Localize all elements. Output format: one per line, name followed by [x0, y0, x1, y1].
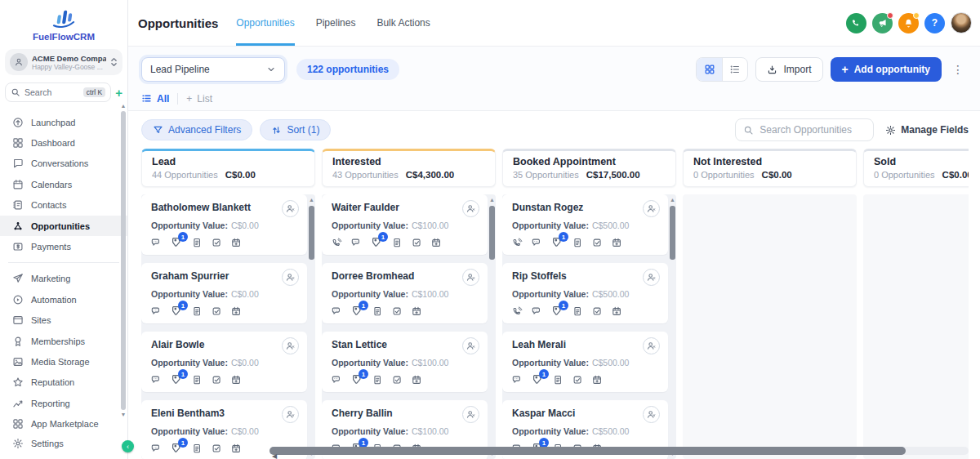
sidebar-item-sites[interactable]: Sites [0, 310, 127, 331]
assign-user-icon[interactable] [282, 269, 299, 286]
assign-user-icon[interactable] [462, 406, 479, 423]
scroll-up-icon[interactable]: ▲ [488, 196, 496, 203]
chat-icon[interactable] [351, 238, 362, 248]
doc-icon[interactable] [192, 375, 203, 385]
top-tab-pipelines[interactable]: Pipelines [316, 0, 356, 46]
assign-user-icon[interactable] [643, 406, 660, 423]
sort-button[interactable]: Sort (1) [260, 119, 331, 140]
top-tab-bulk-actions[interactable]: Bulk Actions [376, 0, 430, 46]
calendar-add-icon[interactable] [592, 375, 603, 385]
doc-icon[interactable] [192, 443, 203, 454]
scroll-up-icon[interactable]: ▲ [669, 196, 676, 203]
check-icon[interactable] [212, 238, 222, 248]
pipeline-select[interactable]: Lead Pipeline [141, 57, 285, 82]
tag-icon[interactable]: 1 [171, 374, 183, 386]
sidebar-item-marketing[interactable]: Marketing [0, 269, 127, 289]
tag-icon[interactable]: 1 [351, 374, 363, 386]
sidebar-item-memberships[interactable]: Memberships [0, 331, 127, 351]
sidebar-search-input[interactable]: Search ctrl K [5, 82, 111, 102]
quick-add-button[interactable]: + [115, 87, 122, 99]
chat-icon[interactable] [151, 238, 162, 248]
scroll-up-icon[interactable]: ▲ [308, 196, 315, 203]
top-tab-opportunities[interactable]: Opportunities [236, 0, 294, 46]
opportunity-card[interactable]: Batholomew Blankett Opportunity Value: C… [141, 194, 307, 255]
assign-user-icon[interactable] [282, 406, 299, 423]
sidebar-item-reporting[interactable]: Reporting [0, 393, 127, 413]
sidebar-item-automation[interactable]: Automation [0, 289, 127, 310]
check-icon[interactable] [572, 375, 583, 385]
tag-icon[interactable]: 1 [551, 237, 564, 249]
calendar-add-icon[interactable] [231, 238, 242, 248]
tag-icon[interactable]: 1 [532, 374, 544, 386]
search-opportunities-input[interactable]: Search Opportunities [735, 118, 874, 141]
sidebar-item-app-marketplace[interactable]: App Marketplace [0, 413, 127, 434]
column-scrollbar[interactable]: ▲ ▼ [669, 196, 676, 457]
phone-icon[interactable] [512, 306, 523, 317]
check-icon[interactable] [392, 306, 403, 317]
doc-icon[interactable] [372, 375, 383, 385]
assign-user-icon[interactable] [462, 200, 479, 217]
assign-user-icon[interactable] [282, 337, 299, 354]
tag-icon[interactable]: 1 [171, 305, 183, 318]
calendar-add-icon[interactable] [412, 375, 422, 385]
assign-user-icon[interactable] [643, 269, 660, 286]
horizontal-scrollbar[interactable] [270, 447, 969, 455]
tag-icon[interactable]: 1 [351, 305, 363, 318]
opportunity-card[interactable]: Dunstan Rogez Opportunity Value: C$500.0… [502, 194, 668, 255]
sidebar-item-media-storage[interactable]: Media Storage [0, 351, 127, 372]
scroll-up-icon[interactable]: ▲ [120, 103, 127, 109]
check-icon[interactable] [412, 238, 422, 248]
manage-fields-button[interactable]: Manage Fields [885, 124, 969, 136]
chat-icon[interactable] [151, 306, 162, 317]
opportunity-card[interactable]: Graham Spurrier Opportunity Value: C$0.0… [141, 263, 307, 323]
column-scrollbar[interactable]: ▲ ▼ [308, 196, 315, 457]
chat-icon[interactable] [332, 375, 342, 385]
doc-icon[interactable] [572, 238, 583, 248]
column-scroll-thumb[interactable] [489, 206, 495, 260]
more-options-button[interactable]: ⋮ [949, 63, 967, 76]
doc-icon[interactable] [192, 306, 203, 317]
announcements-button[interactable] [872, 13, 893, 33]
tab-add-list[interactable]: + List [186, 93, 212, 105]
scroll-down-icon[interactable]: ▼ [120, 412, 127, 418]
check-icon[interactable] [392, 375, 403, 385]
assign-user-icon[interactable] [462, 269, 479, 286]
opportunity-card[interactable]: Alair Bowle Opportunity Value: C$0.00 1 [141, 332, 307, 392]
phone-dialer-button[interactable] [846, 13, 866, 33]
grid-view-button[interactable] [697, 58, 722, 81]
sidebar-item-payments[interactable]: Payments [0, 236, 127, 256]
check-icon[interactable] [212, 375, 222, 385]
doc-icon[interactable] [553, 375, 564, 385]
account-switcher[interactable]: ACME Demo Compa... Happy Valley-Goose ..… [5, 49, 122, 75]
check-icon[interactable] [592, 238, 603, 248]
assign-user-icon[interactable] [282, 200, 299, 217]
chat-icon[interactable] [332, 306, 342, 317]
tab-all[interactable]: All [141, 93, 169, 105]
calendar-add-icon[interactable] [612, 238, 622, 248]
sidebar-scroll-thumb[interactable] [121, 111, 126, 410]
assign-user-icon[interactable] [462, 337, 479, 354]
doc-icon[interactable] [392, 238, 403, 248]
tag-icon[interactable]: 1 [551, 305, 564, 318]
phone-icon[interactable] [512, 238, 523, 248]
opportunity-card[interactable]: Waiter Faulder Opportunity Value: C$100.… [322, 194, 488, 255]
opportunity-card[interactable]: Rip Stoffels Opportunity Value: C$500.00… [502, 263, 668, 323]
sidebar-item-opportunities[interactable]: Opportunities [0, 216, 127, 236]
chat-icon[interactable] [512, 375, 523, 385]
doc-icon[interactable] [192, 238, 203, 248]
sidebar-collapse-button[interactable]: ‹ [122, 440, 134, 452]
check-icon[interactable] [212, 306, 222, 317]
horizontal-scroll-thumb[interactable] [270, 447, 906, 455]
calendar-add-icon[interactable] [231, 306, 242, 317]
sidebar-item-calendars[interactable]: Calendars [0, 174, 127, 194]
chat-icon[interactable] [532, 306, 542, 317]
help-button[interactable]: ? [924, 13, 945, 33]
phone-icon[interactable] [332, 238, 342, 248]
column-scroll-thumb[interactable] [670, 206, 675, 260]
import-button[interactable]: Import [755, 57, 822, 82]
sidebar-item-dashboard[interactable]: Dashboard [0, 132, 127, 153]
sidebar-item-reputation[interactable]: Reputation [0, 372, 127, 393]
sidebar-scrollbar[interactable]: ▲ ▼ [120, 103, 127, 423]
calendar-add-icon[interactable] [431, 238, 442, 248]
calendar-add-icon[interactable] [231, 375, 242, 385]
